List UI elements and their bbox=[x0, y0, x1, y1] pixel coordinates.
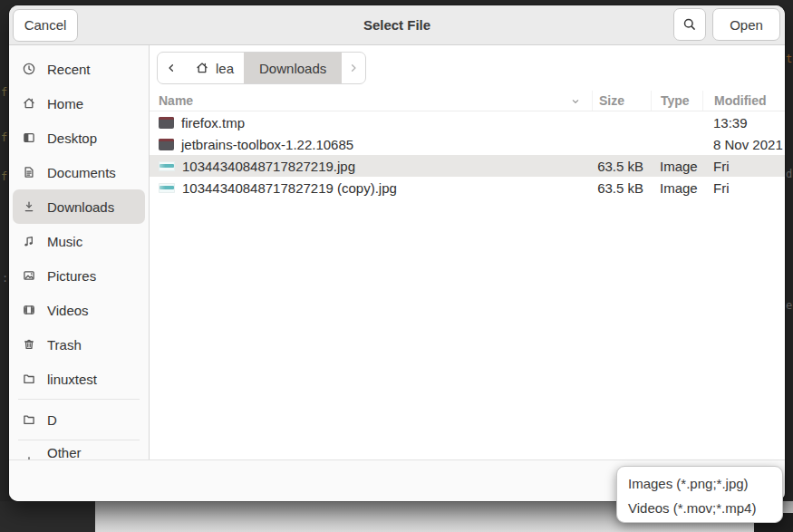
file-name-cell: firefox.tmp bbox=[150, 115, 592, 131]
search-button[interactable] bbox=[673, 8, 706, 41]
downloads-icon bbox=[22, 199, 36, 214]
file-type-filter-popup: Images (*.png;*.jpg)Videos (*.mov;*.mp4) bbox=[616, 466, 783, 523]
file-modified-cell: 13:39 bbox=[702, 115, 785, 131]
sidebar-item-recent[interactable]: Recent bbox=[13, 52, 145, 86]
sidebar-item-downloads[interactable]: Downloads bbox=[13, 189, 145, 224]
documents-icon bbox=[22, 165, 36, 179]
image-thumbnail-icon bbox=[159, 161, 175, 171]
table-row[interactable]: 10344340848717827219.jpg63.5 kBImageFri bbox=[150, 155, 785, 177]
file-type-cell: Image bbox=[651, 180, 702, 196]
sidebar-item-desktop[interactable]: Desktop bbox=[13, 121, 145, 155]
file-name-label: 10344340848717827219 (copy).jpg bbox=[182, 180, 397, 196]
open-button[interactable]: Open bbox=[712, 8, 780, 41]
file-name-label: firefox.tmp bbox=[181, 115, 245, 131]
search-icon bbox=[682, 17, 697, 32]
sidebar-item-label: Music bbox=[47, 234, 82, 249]
file-name-cell: jetbrains-toolbox-1.22.10685 bbox=[150, 137, 592, 152]
sidebar-item-label: Trash bbox=[47, 337, 82, 353]
file-modified-cell: Fri bbox=[702, 159, 785, 174]
background-window-text: t bbox=[786, 53, 792, 65]
chevron-left-icon bbox=[164, 61, 179, 75]
sidebar-item-documents[interactable]: Documents bbox=[13, 155, 145, 189]
path-forward-button[interactable] bbox=[342, 53, 365, 83]
other-locations-icon bbox=[22, 453, 36, 459]
sidebar-item-label: Recent bbox=[47, 62, 91, 77]
sidebar-item-label: Home bbox=[47, 96, 83, 111]
chevron-down-icon bbox=[568, 94, 583, 109]
file-name-label: 10344340848717827219.jpg bbox=[182, 159, 355, 174]
trash-icon bbox=[22, 337, 36, 352]
sidebar-item-label: Desktop bbox=[47, 131, 97, 146]
background-window-text: e bbox=[786, 299, 792, 312]
music-icon bbox=[22, 234, 36, 248]
column-header-name-label: Name bbox=[159, 93, 193, 108]
headerbar: Cancel Select File Open bbox=[9, 5, 785, 45]
background-window-text: f bbox=[1, 86, 7, 99]
sidebar-item-videos[interactable]: Videos bbox=[13, 293, 145, 327]
pictures-icon bbox=[22, 268, 36, 283]
sidebar-item-label: Other Locations bbox=[47, 445, 136, 459]
sidebar-item-label: D bbox=[47, 412, 57, 428]
filter-option-videos[interactable]: Videos (*.mov;*.mp4) bbox=[617, 496, 782, 520]
videos-icon bbox=[22, 303, 36, 317]
sidebar-item-home[interactable]: Home bbox=[13, 86, 145, 121]
breadcrumb-current-segment[interactable]: Downloads bbox=[244, 53, 342, 83]
column-header-type[interactable]: Type bbox=[651, 91, 702, 111]
path-back-button[interactable] bbox=[158, 53, 185, 83]
dialog-title: Select File bbox=[9, 17, 785, 33]
file-name-cell: 10344340848717827219 (copy).jpg bbox=[150, 180, 592, 196]
dialog-body: RecentHomeDesktopDocumentsDownloadsMusic… bbox=[9, 45, 785, 459]
folder-icon bbox=[22, 372, 36, 386]
background-window-text: : bbox=[2, 272, 8, 285]
breadcrumb: lea Downloads bbox=[157, 52, 366, 84]
sidebar-item-trash[interactable]: Trash bbox=[13, 327, 145, 362]
breadcrumb-home-label: lea bbox=[216, 61, 234, 76]
sidebar-item-pictures[interactable]: Pictures bbox=[13, 258, 145, 293]
background-window-text: f bbox=[1, 170, 7, 183]
column-header-size[interactable]: Size bbox=[592, 91, 651, 111]
file-list: firefox.tmp13:39jetbrains-toolbox-1.22.1… bbox=[150, 111, 785, 459]
file-modified-cell: 8 Nov 2021 bbox=[702, 137, 785, 152]
table-row[interactable]: jetbrains-toolbox-1.22.106858 Nov 2021 bbox=[150, 133, 785, 155]
folder-icon bbox=[22, 412, 36, 427]
table-row[interactable]: 10344340848717827219 (copy).jpg63.5 kBIm… bbox=[150, 177, 785, 198]
sidebar-item-linuxtest[interactable]: linuxtest bbox=[13, 362, 145, 396]
sidebar-item-label: Videos bbox=[47, 303, 89, 318]
file-modified-cell: Fri bbox=[702, 180, 785, 196]
home-icon bbox=[22, 96, 36, 111]
sidebar-item-label: linuxtest bbox=[47, 372, 97, 387]
content-pane: lea Downloads Name bbox=[150, 45, 785, 459]
file-type-cell: Image bbox=[651, 159, 702, 174]
folder-icon bbox=[159, 117, 174, 129]
list-column-headers: Name Size Type Modified bbox=[150, 91, 785, 111]
file-chooser-dialog: Cancel Select File Open RecentHomeDeskto… bbox=[9, 5, 785, 501]
column-header-name[interactable]: Name bbox=[150, 91, 592, 111]
recent-icon bbox=[22, 62, 36, 76]
background-window-dark-area bbox=[0, 501, 95, 532]
breadcrumb-home-segment[interactable]: lea bbox=[185, 53, 244, 83]
sidebar-item-label: Downloads bbox=[47, 199, 114, 215]
file-size-cell: 63.5 kB bbox=[592, 159, 651, 174]
table-row[interactable]: firefox.tmp13:39 bbox=[150, 111, 785, 133]
sidebar-item-other-locations[interactable]: Other Locations bbox=[13, 443, 145, 459]
chevron-right-icon bbox=[346, 61, 361, 75]
image-thumbnail-icon bbox=[159, 183, 175, 193]
screen: f f f : t d e Cancel Select File Open Re… bbox=[0, 0, 793, 532]
sidebar-item-music[interactable]: Music bbox=[13, 224, 145, 258]
column-header-modified[interactable]: Modified bbox=[702, 91, 785, 111]
filter-option-images[interactable]: Images (*.png;*.jpg) bbox=[617, 471, 782, 496]
sidebar-item-label: Documents bbox=[47, 165, 116, 180]
sidebar-separator bbox=[18, 440, 140, 440]
places-sidebar: RecentHomeDesktopDocumentsDownloadsMusic… bbox=[9, 45, 150, 459]
sidebar-separator bbox=[18, 399, 140, 400]
folder-icon bbox=[159, 139, 174, 150]
sidebar-item-d[interactable]: D bbox=[13, 402, 145, 437]
home-icon bbox=[195, 61, 209, 75]
desktop-icon bbox=[22, 131, 36, 145]
sidebar-item-label: Pictures bbox=[47, 268, 96, 284]
pathbar: lea Downloads bbox=[150, 45, 785, 91]
file-name-label: jetbrains-toolbox-1.22.10685 bbox=[181, 137, 353, 152]
background-window-text: f bbox=[1, 131, 7, 144]
file-size-cell: 63.5 kB bbox=[592, 180, 651, 196]
file-name-cell: 10344340848717827219.jpg bbox=[150, 159, 592, 174]
